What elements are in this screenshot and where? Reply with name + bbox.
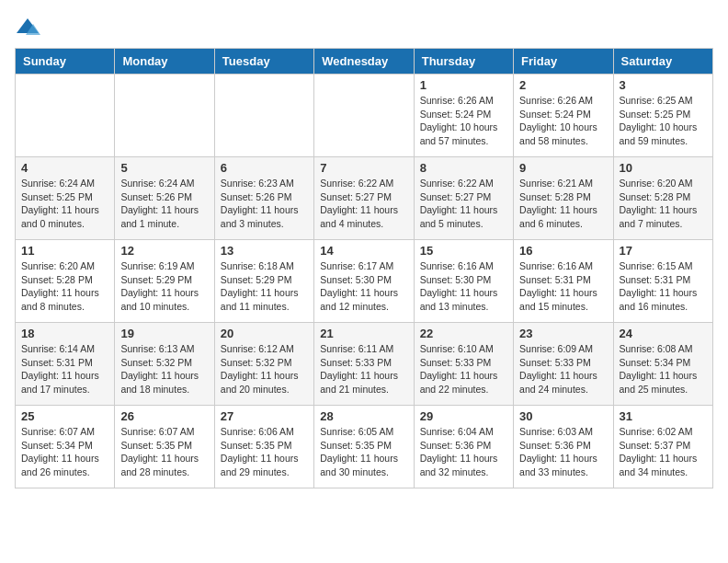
calendar-cell: 30Sunrise: 6:03 AM Sunset: 5:36 PM Dayli… — [514, 406, 613, 488]
cell-info: Sunrise: 6:19 AM Sunset: 5:29 PM Dayligh… — [120, 259, 208, 314]
day-header-saturday: Saturday — [613, 49, 712, 75]
calendar-cell: 14Sunrise: 6:17 AM Sunset: 5:30 PM Dayli… — [314, 240, 414, 323]
calendar-cell: 10Sunrise: 6:20 AM Sunset: 5:28 PM Dayli… — [613, 157, 712, 240]
calendar-cell: 12Sunrise: 6:19 AM Sunset: 5:29 PM Dayli… — [115, 240, 214, 323]
cell-info: Sunrise: 6:24 AM Sunset: 5:26 PM Dayligh… — [120, 177, 208, 231]
calendar-cell: 15Sunrise: 6:16 AM Sunset: 5:30 PM Dayli… — [414, 240, 513, 323]
cell-info: Sunrise: 6:04 AM Sunset: 5:36 PM Dayligh… — [420, 425, 507, 479]
day-number: 19 — [120, 327, 208, 340]
cell-info: Sunrise: 6:25 AM Sunset: 5:25 PM Dayligh… — [620, 94, 707, 148]
cell-info: Sunrise: 6:05 AM Sunset: 5:35 PM Dayligh… — [320, 425, 407, 479]
cell-info: Sunrise: 6:21 AM Sunset: 5:28 PM Dayligh… — [519, 177, 607, 231]
calendar-cell — [214, 75, 313, 157]
day-number: 31 — [620, 409, 707, 423]
cell-info: Sunrise: 6:03 AM Sunset: 5:36 PM Dayligh… — [519, 425, 607, 479]
cell-info: Sunrise: 6:06 AM Sunset: 5:35 PM Dayligh… — [221, 425, 308, 479]
calendar-cell — [314, 75, 414, 157]
day-number: 9 — [519, 161, 607, 175]
calendar-cell: 13Sunrise: 6:18 AM Sunset: 5:29 PM Dayli… — [214, 240, 313, 323]
calendar-cell: 4Sunrise: 6:24 AM Sunset: 5:25 PM Daylig… — [16, 157, 115, 240]
cell-info: Sunrise: 6:13 AM Sunset: 5:32 PM Dayligh… — [120, 342, 208, 396]
calendar-cell: 9Sunrise: 6:21 AM Sunset: 5:28 PM Daylig… — [514, 157, 613, 240]
day-number: 30 — [519, 409, 607, 423]
calendar-cell: 28Sunrise: 6:05 AM Sunset: 5:35 PM Dayli… — [314, 406, 414, 488]
cell-info: Sunrise: 6:23 AM Sunset: 5:26 PM Dayligh… — [221, 177, 308, 231]
cell-info: Sunrise: 6:14 AM Sunset: 5:31 PM Dayligh… — [21, 342, 108, 396]
calendar-cell: 22Sunrise: 6:10 AM Sunset: 5:33 PM Dayli… — [414, 323, 513, 406]
calendar-cell: 5Sunrise: 6:24 AM Sunset: 5:26 PM Daylig… — [115, 157, 214, 240]
day-number: 24 — [620, 327, 707, 340]
day-number: 1 — [420, 78, 507, 92]
calendar-cell: 20Sunrise: 6:12 AM Sunset: 5:32 PM Dayli… — [214, 323, 313, 406]
cell-info: Sunrise: 6:11 AM Sunset: 5:33 PM Dayligh… — [320, 342, 407, 396]
day-number: 13 — [221, 244, 308, 258]
week-row-4: 18Sunrise: 6:14 AM Sunset: 5:31 PM Dayli… — [16, 323, 713, 406]
week-row-3: 11Sunrise: 6:20 AM Sunset: 5:28 PM Dayli… — [16, 240, 713, 323]
page-header — [15, 15, 713, 40]
calendar-cell: 17Sunrise: 6:15 AM Sunset: 5:31 PM Dayli… — [613, 240, 712, 323]
cell-info: Sunrise: 6:22 AM Sunset: 5:27 PM Dayligh… — [420, 177, 507, 231]
calendar-cell: 8Sunrise: 6:22 AM Sunset: 5:27 PM Daylig… — [414, 157, 513, 240]
week-row-5: 25Sunrise: 6:07 AM Sunset: 5:34 PM Dayli… — [16, 406, 713, 488]
day-number: 4 — [21, 161, 108, 175]
calendar-cell: 26Sunrise: 6:07 AM Sunset: 5:35 PM Dayli… — [115, 406, 214, 488]
day-number: 29 — [420, 409, 507, 423]
calendar-cell: 23Sunrise: 6:09 AM Sunset: 5:33 PM Dayli… — [514, 323, 613, 406]
calendar-cell: 29Sunrise: 6:04 AM Sunset: 5:36 PM Dayli… — [414, 406, 513, 488]
calendar-cell: 6Sunrise: 6:23 AM Sunset: 5:26 PM Daylig… — [214, 157, 313, 240]
day-number: 14 — [320, 244, 407, 258]
day-number: 3 — [620, 78, 707, 92]
calendar-cell: 2Sunrise: 6:26 AM Sunset: 5:24 PM Daylig… — [514, 75, 613, 157]
cell-info: Sunrise: 6:18 AM Sunset: 5:29 PM Dayligh… — [221, 259, 308, 314]
day-number: 22 — [420, 327, 507, 340]
calendar-cell: 24Sunrise: 6:08 AM Sunset: 5:34 PM Dayli… — [613, 323, 712, 406]
cell-info: Sunrise: 6:16 AM Sunset: 5:30 PM Dayligh… — [420, 259, 507, 314]
day-number: 27 — [221, 409, 308, 423]
day-number: 2 — [519, 78, 607, 92]
days-header-row: SundayMondayTuesdayWednesdayThursdayFrid… — [16, 49, 713, 75]
cell-info: Sunrise: 6:24 AM Sunset: 5:25 PM Dayligh… — [21, 177, 108, 231]
day-header-friday: Friday — [514, 49, 613, 75]
calendar-cell: 31Sunrise: 6:02 AM Sunset: 5:37 PM Dayli… — [613, 406, 712, 488]
day-number: 10 — [620, 161, 707, 175]
cell-info: Sunrise: 6:07 AM Sunset: 5:34 PM Dayligh… — [21, 425, 108, 479]
day-number: 12 — [120, 244, 208, 258]
day-number: 17 — [620, 244, 707, 258]
cell-info: Sunrise: 6:08 AM Sunset: 5:34 PM Dayligh… — [620, 342, 707, 396]
logo-icon — [15, 15, 40, 40]
day-number: 23 — [519, 327, 607, 340]
day-number: 7 — [320, 161, 407, 175]
day-number: 6 — [221, 161, 308, 175]
day-header-monday: Monday — [115, 49, 214, 75]
cell-info: Sunrise: 6:02 AM Sunset: 5:37 PM Dayligh… — [620, 425, 707, 479]
day-header-sunday: Sunday — [16, 49, 115, 75]
cell-info: Sunrise: 6:20 AM Sunset: 5:28 PM Dayligh… — [620, 177, 707, 231]
calendar-cell: 11Sunrise: 6:20 AM Sunset: 5:28 PM Dayli… — [16, 240, 115, 323]
cell-info: Sunrise: 6:10 AM Sunset: 5:33 PM Dayligh… — [420, 342, 507, 396]
day-number: 5 — [120, 161, 208, 175]
week-row-2: 4Sunrise: 6:24 AM Sunset: 5:25 PM Daylig… — [16, 157, 713, 240]
day-number: 16 — [519, 244, 607, 258]
day-number: 28 — [320, 409, 407, 423]
logo — [15, 15, 44, 40]
cell-info: Sunrise: 6:26 AM Sunset: 5:24 PM Dayligh… — [519, 94, 607, 148]
calendar-cell — [115, 75, 214, 157]
calendar-cell: 21Sunrise: 6:11 AM Sunset: 5:33 PM Dayli… — [314, 323, 414, 406]
day-header-wednesday: Wednesday — [314, 49, 414, 75]
day-header-thursday: Thursday — [414, 49, 513, 75]
day-number: 26 — [120, 409, 208, 423]
calendar-cell: 7Sunrise: 6:22 AM Sunset: 5:27 PM Daylig… — [314, 157, 414, 240]
day-header-tuesday: Tuesday — [214, 49, 313, 75]
cell-info: Sunrise: 6:20 AM Sunset: 5:28 PM Dayligh… — [21, 259, 108, 314]
day-number: 8 — [420, 161, 507, 175]
cell-info: Sunrise: 6:15 AM Sunset: 5:31 PM Dayligh… — [620, 259, 707, 314]
cell-info: Sunrise: 6:16 AM Sunset: 5:31 PM Dayligh… — [519, 259, 607, 314]
calendar-cell: 1Sunrise: 6:26 AM Sunset: 5:24 PM Daylig… — [414, 75, 513, 157]
cell-info: Sunrise: 6:12 AM Sunset: 5:32 PM Dayligh… — [221, 342, 308, 396]
calendar-cell: 18Sunrise: 6:14 AM Sunset: 5:31 PM Dayli… — [16, 323, 115, 406]
day-number: 25 — [21, 409, 108, 423]
calendar-cell: 25Sunrise: 6:07 AM Sunset: 5:34 PM Dayli… — [16, 406, 115, 488]
cell-info: Sunrise: 6:22 AM Sunset: 5:27 PM Dayligh… — [320, 177, 407, 231]
day-number: 21 — [320, 327, 407, 340]
calendar-cell: 16Sunrise: 6:16 AM Sunset: 5:31 PM Dayli… — [514, 240, 613, 323]
